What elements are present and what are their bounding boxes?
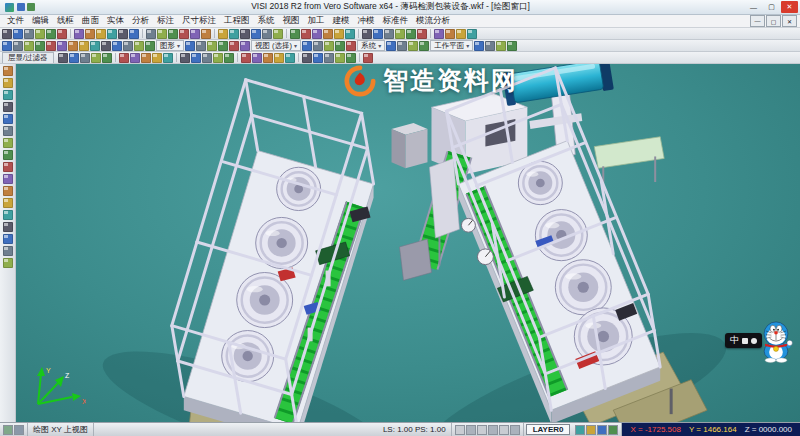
left-tool-icon-4[interactable] — [3, 102, 13, 112]
toolbar2-group-label-1[interactable]: 图形▾ — [156, 40, 184, 51]
menu-item-3[interactable]: 线框 — [53, 15, 78, 27]
toolbar1-icon-28[interactable] — [323, 29, 333, 39]
left-tool-icon-2[interactable] — [3, 78, 13, 88]
toolbar2-s3-icon-5[interactable] — [346, 41, 356, 51]
toolbar1-icon-1[interactable] — [2, 29, 12, 39]
menu-item-16[interactable]: 模流分析 — [412, 15, 454, 27]
left-tool-icon-14[interactable] — [3, 222, 13, 232]
toolbar2-s1-icon-9[interactable] — [90, 41, 100, 51]
toolbar1-icon-13[interactable] — [146, 29, 156, 39]
toolbar2-s2-icon-5[interactable] — [229, 41, 239, 51]
toolbar3-icon-15[interactable] — [224, 53, 234, 63]
toolbar2-s1-icon-1[interactable] — [2, 41, 12, 51]
toolbar3-icon-6[interactable] — [119, 53, 129, 63]
menu-item-8[interactable]: 尺寸标注 — [178, 15, 220, 27]
toolbar1-icon-34[interactable] — [395, 29, 405, 39]
toolbar2-s1-icon-2[interactable] — [13, 41, 23, 51]
toolbar3-icon-10[interactable] — [163, 53, 173, 63]
menu-item-15[interactable]: 标准件 — [379, 15, 413, 27]
status-tool-icon-2[interactable] — [586, 425, 596, 435]
quick-access-icon-2[interactable] — [27, 3, 35, 11]
menu-item-10[interactable]: 系统 — [254, 15, 279, 27]
menu-item-5[interactable]: 实体 — [103, 15, 128, 27]
status-swatch-4[interactable] — [488, 425, 498, 435]
left-tool-icon-16[interactable] — [3, 246, 13, 256]
toolbar3-icon-23[interactable] — [324, 53, 334, 63]
close-button[interactable]: ✕ — [781, 1, 798, 13]
toolbar3-icon-13[interactable] — [202, 53, 212, 63]
toolbar2-s3-icon-4[interactable] — [335, 41, 345, 51]
toolbar1-icon-32[interactable] — [373, 29, 383, 39]
left-tool-icon-9[interactable] — [3, 162, 13, 172]
status-swatch-5[interactable] — [499, 425, 509, 435]
toolbar3-icon-16[interactable] — [241, 53, 251, 63]
left-tool-icon-11[interactable] — [3, 186, 13, 196]
toolbar2-group-label-3[interactable]: 系统▾ — [357, 40, 385, 51]
left-tool-icon-6[interactable] — [3, 126, 13, 136]
toolbar1-icon-12[interactable] — [129, 29, 139, 39]
toolbar1-icon-19[interactable] — [218, 29, 228, 39]
toolbar1-icon-10[interactable] — [107, 29, 117, 39]
status-tool-icon-1[interactable] — [575, 425, 585, 435]
toolbar1-icon-35[interactable] — [406, 29, 416, 39]
toolbar3-icon-2[interactable] — [69, 53, 79, 63]
toolbar3-icon-26[interactable] — [363, 53, 373, 63]
toolbar3-icon-12[interactable] — [191, 53, 201, 63]
toolbar1-icon-23[interactable] — [262, 29, 272, 39]
mdi-close-button[interactable]: ✕ — [782, 15, 797, 27]
toolbar3-icon-22[interactable] — [313, 53, 323, 63]
toolbar3-icon-1[interactable] — [58, 53, 68, 63]
mdi-restore-button[interactable]: ▢ — [766, 15, 781, 27]
toolbar2-s4-icon-3[interactable] — [408, 41, 418, 51]
toolbar3-icon-25[interactable] — [346, 53, 356, 63]
toolbar1-icon-22[interactable] — [251, 29, 261, 39]
toolbar1-icon-25[interactable] — [290, 29, 300, 39]
toolbar1-icon-27[interactable] — [312, 29, 322, 39]
toolbar1-icon-31[interactable] — [362, 29, 372, 39]
toolbar1-icon-38[interactable] — [445, 29, 455, 39]
toolbar1-icon-39[interactable] — [456, 29, 466, 39]
left-tool-icon-10[interactable] — [3, 174, 13, 184]
toolbar2-s1-icon-5[interactable] — [46, 41, 56, 51]
toolbar2-s2-icon-4[interactable] — [218, 41, 228, 51]
toolbar2-s1-icon-4[interactable] — [35, 41, 45, 51]
toolbar3-icon-3[interactable] — [80, 53, 90, 63]
toolbar3-icon-8[interactable] — [141, 53, 151, 63]
menu-item-6[interactable]: 分析 — [128, 15, 153, 27]
left-tool-icon-8[interactable] — [3, 150, 13, 160]
toolbar2-group-label-4[interactable]: 工作平面▾ — [430, 40, 473, 51]
toolbar1-icon-40[interactable] — [467, 29, 477, 39]
toolbar2-s5-icon-1[interactable] — [474, 41, 484, 51]
cad-viewport[interactable]: 智造资料网 中 — [16, 64, 800, 422]
menu-item-9[interactable]: 工程图 — [220, 15, 254, 27]
toolbar1-icon-33[interactable] — [384, 29, 394, 39]
menu-item-4[interactable]: 曲面 — [78, 15, 103, 27]
toolbar2-group-label-2[interactable]: 视图 (选择)▾ — [251, 40, 301, 51]
layer-filter-panel-tab[interactable]: 层显/过滤器 — [2, 52, 54, 63]
toolbar1-icon-9[interactable] — [96, 29, 106, 39]
minimize-button[interactable]: — — [745, 1, 762, 13]
toolbar1-icon-21[interactable] — [240, 29, 250, 39]
machine-left[interactable] — [172, 80, 374, 422]
toolbar3-icon-17[interactable] — [252, 53, 262, 63]
toolbar3-icon-11[interactable] — [180, 53, 190, 63]
left-tool-icon-1[interactable] — [3, 66, 13, 76]
ime-language-indicator[interactable]: 中 — [730, 334, 739, 347]
toolbar1-icon-3[interactable] — [24, 29, 34, 39]
toolbar2-s2-icon-6[interactable] — [240, 41, 250, 51]
menu-item-13[interactable]: 建模 — [329, 15, 354, 27]
toolbar1-icon-17[interactable] — [190, 29, 200, 39]
menu-item-1[interactable]: 文件 — [3, 15, 28, 27]
toolbar3-icon-18[interactable] — [263, 53, 273, 63]
toolbar1-icon-37[interactable] — [434, 29, 444, 39]
left-tool-icon-7[interactable] — [3, 138, 13, 148]
toolbar3-icon-21[interactable] — [302, 53, 312, 63]
status-tool-icon-3[interactable] — [597, 425, 607, 435]
toolbar3-icon-24[interactable] — [335, 53, 345, 63]
status-swatch-1[interactable] — [455, 425, 465, 435]
toolbar2-s3-icon-1[interactable] — [302, 41, 312, 51]
toolbar2-s2-icon-1[interactable] — [185, 41, 195, 51]
left-tool-icon-13[interactable] — [3, 210, 13, 220]
toolbar2-s3-icon-3[interactable] — [324, 41, 334, 51]
toolbar1-icon-30[interactable] — [345, 29, 355, 39]
